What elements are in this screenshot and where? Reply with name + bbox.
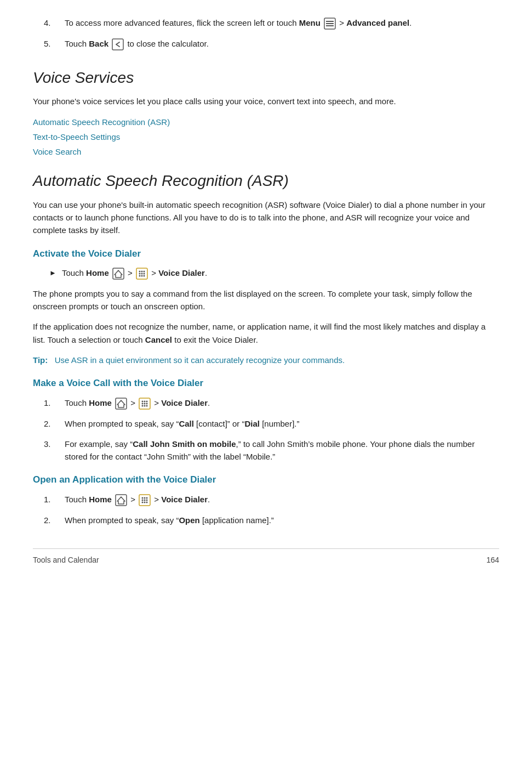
dial-bold: Dial xyxy=(244,419,260,428)
voice-call-item-2: 2. When prompted to speak, say “Call [co… xyxy=(33,417,499,430)
open-app-item-1: 1. Touch Home > > Voice Diale xyxy=(33,493,499,506)
home-bold: Home xyxy=(86,268,109,277)
svg-point-36 xyxy=(144,499,146,501)
asr-intro: You can use your phone's built-in automa… xyxy=(33,199,499,237)
svg-point-14 xyxy=(139,275,141,276)
svg-point-27 xyxy=(144,405,146,406)
open-bold: Open xyxy=(179,515,199,525)
menu-bold: Menu xyxy=(299,18,321,27)
menu-icon xyxy=(323,18,339,27)
svg-point-39 xyxy=(144,501,146,503)
intro-item-4: 4. To access more advanced features, fli… xyxy=(33,16,499,30)
intro-item-5: 5. Touch Back to close the calculator. xyxy=(33,37,499,50)
activate-bullet-text: Touch Home > > Voice Dialer. xyxy=(62,267,207,280)
back-bold: Back xyxy=(89,39,108,48)
item-text: When prompted to speak, say “Call [conta… xyxy=(65,417,300,430)
call-example-bold: Call John Smith on mobile xyxy=(133,439,236,449)
svg-rect-3 xyxy=(326,25,334,26)
voice-services-intro: Your phone's voice services let you plac… xyxy=(33,95,499,107)
page-footer: Tools and Calendar 164 xyxy=(33,548,499,566)
svg-rect-4 xyxy=(112,39,123,50)
svg-point-10 xyxy=(144,270,145,272)
toc-list: Automatic Speech Recognition (ASR) Text-… xyxy=(33,116,499,158)
item-number: 2. xyxy=(44,417,59,430)
svg-point-24 xyxy=(144,403,146,404)
home-icon xyxy=(114,495,130,504)
svg-point-8 xyxy=(139,270,141,272)
activate-voice-dialer-title: Activate the Voice Dialer xyxy=(33,247,499,261)
cancel-bold: Cancel xyxy=(145,335,172,344)
back-icon xyxy=(111,39,127,48)
voice-call-title: Make a Voice Call with the Voice Dialer xyxy=(33,376,499,390)
home-bold: Home xyxy=(89,398,112,407)
item-text: When prompted to speak, say “Open [appli… xyxy=(65,514,274,526)
svg-point-22 xyxy=(146,400,148,402)
svg-point-26 xyxy=(142,405,144,406)
bullet-arrow-icon: ► xyxy=(49,268,56,279)
svg-point-11 xyxy=(139,273,141,274)
svg-point-32 xyxy=(142,497,144,498)
svg-point-40 xyxy=(146,501,148,503)
svg-point-25 xyxy=(146,403,148,404)
tip-line: Tip: Use ASR in a quiet environment so i… xyxy=(33,354,499,366)
item-number: 1. xyxy=(44,493,59,506)
voice-dialer-bold: Voice Dialer xyxy=(158,268,205,277)
asr-section-title: Automatic Speech Recognition (ASR) xyxy=(33,169,499,192)
svg-point-28 xyxy=(146,405,148,406)
svg-marker-6 xyxy=(115,270,122,277)
item-number: 5. xyxy=(44,37,59,50)
svg-point-38 xyxy=(142,501,144,503)
toc-asr[interactable]: Automatic Speech Recognition (ASR) xyxy=(33,116,499,128)
home-icon xyxy=(111,268,128,277)
svg-marker-18 xyxy=(117,400,125,407)
svg-point-9 xyxy=(141,270,143,272)
home-bold: Home xyxy=(89,495,112,504)
toc-voice-search[interactable]: Voice Search xyxy=(33,145,499,158)
tip-label: Tip: xyxy=(33,355,48,365)
grid-icon xyxy=(138,398,154,407)
grid-icon xyxy=(135,268,151,277)
voice-dialer-bold: Voice Dialer xyxy=(161,398,208,407)
voice-services-title: Voice Services xyxy=(33,66,499,89)
svg-point-12 xyxy=(141,273,143,274)
open-app-title: Open an Application with the Voice Diale… xyxy=(33,473,499,487)
svg-point-34 xyxy=(146,497,148,498)
voice-call-item-1: 1. Touch Home > > Voice Diale xyxy=(33,396,499,410)
item-number: 2. xyxy=(44,514,59,526)
voice-call-item-3: 3. For example, say “Call John Smith on … xyxy=(33,438,499,463)
item-number: 3. xyxy=(44,438,59,463)
item-text: Touch Back to close the calculator. xyxy=(65,37,209,50)
item-text: For example, say “Call John Smith on mob… xyxy=(65,438,499,463)
svg-point-15 xyxy=(141,275,143,276)
voice-dialer-bold: Voice Dialer xyxy=(161,495,208,504)
svg-point-37 xyxy=(146,499,148,501)
svg-point-20 xyxy=(142,400,144,402)
footer-right: 164 xyxy=(487,554,499,566)
call-bold: Call xyxy=(179,419,194,428)
svg-point-16 xyxy=(144,275,145,276)
item-number: 4. xyxy=(44,16,59,30)
item-text: Touch Home > > Voice Dialer. xyxy=(65,396,210,410)
item-text: Touch Home > > Voice Dialer. xyxy=(65,493,210,506)
svg-point-35 xyxy=(142,499,144,501)
item-number: 1. xyxy=(44,396,59,410)
grid-icon xyxy=(138,495,154,504)
open-app-item-2: 2. When prompted to speak, say “Open [ap… xyxy=(33,514,499,526)
svg-point-23 xyxy=(142,403,144,404)
svg-point-13 xyxy=(144,273,145,274)
activate-bullet: ► Touch Home > > Voice Dialer xyxy=(33,267,499,280)
toc-tts[interactable]: Text-to-Speech Settings xyxy=(33,131,499,143)
svg-point-33 xyxy=(144,497,146,498)
svg-marker-30 xyxy=(117,497,125,504)
advanced-panel-bold: Advanced panel xyxy=(346,18,409,27)
activate-p2: If the application does not recognize th… xyxy=(33,320,499,346)
footer-left: Tools and Calendar xyxy=(33,554,99,566)
item-text: To access more advanced features, flick … xyxy=(65,16,411,30)
svg-rect-2 xyxy=(326,23,334,24)
svg-point-21 xyxy=(144,400,146,402)
home-icon xyxy=(114,398,130,407)
activate-p1: The phone prompts you to say a command f… xyxy=(33,287,499,313)
svg-rect-1 xyxy=(326,21,334,22)
